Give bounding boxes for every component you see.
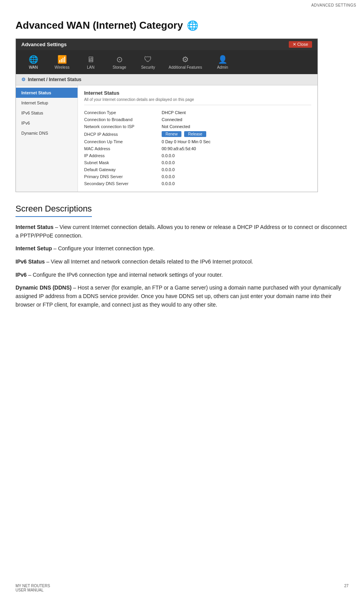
desc-item-ddns: Dynamic DNS (DDNS) – Host a server (for … [16,284,348,309]
descriptions-title: Screen Descriptions [16,204,92,217]
row-label: Connection Up Time [84,139,162,144]
footer-left: MY NET ROUTERS USER MANUAL [16,584,50,592]
row-label: Connection to Broadband [84,117,162,122]
row-label: MAC Address [84,146,162,151]
page-header-label: ADVANCED SETTINGS [311,3,356,7]
release-button[interactable]: Release [184,131,206,137]
security-icon: 🛡 [144,55,152,64]
row-value: 0.0.0.0 [162,181,175,186]
row-value: 0.0.0.0 [162,167,175,172]
section-header: ⚙ Internet / Internet Status [16,74,317,85]
desc-text: – Configure the IPv6 connection type and… [28,272,223,278]
main-area: Internet Status All of your Internet con… [78,85,317,192]
row-label: DHCP IP Address [84,132,162,137]
nav-label-wan: WAN [29,65,38,69]
table-row: Connection to Broadband Connected [84,116,311,123]
table-row: Connection Type DHCP Client [84,109,311,116]
nav-item-wireless[interactable]: 📶 Wireless [48,53,76,71]
advanced-settings-panel: Advanced Settings ✕ Close 🌐 WAN 📶 Wirele… [16,38,318,192]
panel-title: Advanced Settings [21,42,67,47]
sidebar-item-ipv6-status[interactable]: IPv6 Status [16,108,78,118]
row-label: IP Address [84,153,162,158]
desc-item-ipv6-status: IPv6 Status – View all Internet and netw… [16,258,348,266]
desc-text: – View all Internet and network connecti… [46,258,253,265]
nav-item-wan[interactable]: 🌐 WAN [20,53,47,71]
renew-button[interactable]: Renew [162,131,181,137]
footer-left-line1: MY NET ROUTERS [16,584,50,588]
desc-item-internet-status: Internet Status – View current Internet … [16,223,348,240]
nav-label-admin: Admin [217,65,228,69]
table-row: Subnet Mask 0.0.0.0 [84,159,311,166]
footer-left-line2: USER MANUAL [16,588,50,592]
main-subtitle: All of your Internet connection details … [84,97,311,105]
desc-text: – Configure your Internet connection typ… [53,245,155,251]
nav-label-security: Security [141,65,155,69]
desc-term: Dynamic DNS (DDNS) [16,284,72,291]
title-icon: 🌐 [187,20,198,31]
row-value: Not Connected [162,124,190,129]
row-label: Secondary DNS Server [84,181,162,186]
storage-icon: ⊙ [116,55,123,64]
title-text: Advanced WAN (Internet) Category [16,19,183,31]
row-value: 0 Day 0 Hour 0 Min 0 Sec [162,139,210,144]
nav-item-security[interactable]: 🛡 Security [135,54,162,71]
main-title: Internet Status [84,90,311,96]
nav-bar: 🌐 WAN 📶 Wireless 🖥 LAN ⊙ Storage 🛡 Secur… [16,50,317,74]
table-row: IP Address 0.0.0.0 [84,152,311,159]
desc-term: IPv6 [16,272,27,278]
table-row: Primary DNS Server 0.0.0.0 [84,173,311,180]
panel-titlebar: Advanced Settings ✕ Close [16,39,317,50]
row-label: Connection Type [84,110,162,115]
section-header-text: Internet / Internet Status [28,77,81,82]
table-row: Connection Up Time 0 Day 0 Hour 0 Min 0 … [84,138,311,145]
nav-item-lan[interactable]: 🖥 LAN [77,54,104,71]
desc-text: – View current Internet connection detai… [16,224,347,239]
row-value: 0.0.0.0 [162,174,175,179]
sidebar: Internet Status Internet Setup IPv6 Stat… [16,85,78,192]
row-value: 0.0.0.0 [162,153,175,158]
row-label: Primary DNS Server [84,174,162,179]
row-value: Connected [162,117,182,122]
panel-body: Internet Status Internet Setup IPv6 Stat… [16,85,317,192]
row-label: Subnet Mask [84,160,162,165]
nav-item-storage[interactable]: ⊙ Storage [106,53,133,71]
table-row-dhcp: DHCP IP Address Renew Release [84,130,311,138]
nav-item-additional[interactable]: ⚙ Additional Features [163,53,207,71]
admin-icon: 👤 [218,55,228,64]
table-row: Default Gateway 0.0.0.0 [84,166,311,173]
nav-item-admin[interactable]: 👤 Admin [209,53,236,71]
sidebar-item-dynamic-dns[interactable]: Dynamic DNS [16,128,78,138]
row-label: Default Gateway [84,167,162,172]
nav-label-lan: LAN [87,65,94,69]
desc-term: Internet Setup [16,245,52,251]
row-value: 0.0.0.0 [162,160,175,165]
row-value: DHCP Client [162,110,186,115]
page-title: Advanced WAN (Internet) Category 🌐 [16,19,348,31]
screen-descriptions-section: Screen Descriptions Internet Status – Vi… [16,204,348,309]
footer-page-number: 27 [344,584,348,592]
nav-label-storage: Storage [112,65,126,69]
desc-term: Internet Status [16,224,53,230]
page-footer: MY NET ROUTERS USER MANUAL 27 [16,584,348,592]
desc-term: IPv6 Status [16,258,45,265]
row-value: 00:90:a9:a5:5d:40 [162,146,196,151]
additional-icon: ⚙ [182,55,189,64]
desc-item-ipv6: IPv6 – Configure the IPv6 connection typ… [16,271,348,279]
table-row: Network connection to ISP Not Connected [84,123,311,130]
wan-icon: 🌐 [29,55,38,64]
nav-label-wireless: Wireless [55,65,69,69]
table-row: Secondary DNS Server 0.0.0.0 [84,180,311,187]
sidebar-item-ipv6[interactable]: IPv6 [16,118,78,128]
section-icon: ⚙ [21,77,26,82]
close-button[interactable]: ✕ Close [289,41,312,48]
wireless-icon: 📶 [57,55,67,64]
row-label: Network connection to ISP [84,124,162,129]
sidebar-item-internet-status[interactable]: Internet Status [16,88,78,98]
lan-icon: 🖥 [87,55,95,64]
nav-label-additional: Additional Features [169,65,202,69]
desc-item-internet-setup: Internet Setup – Configure your Internet… [16,245,348,253]
sidebar-item-internet-setup[interactable]: Internet Setup [16,98,78,108]
table-row: MAC Address 00:90:a9:a5:5d:40 [84,145,311,152]
row-value-buttons: Renew Release [162,131,206,137]
